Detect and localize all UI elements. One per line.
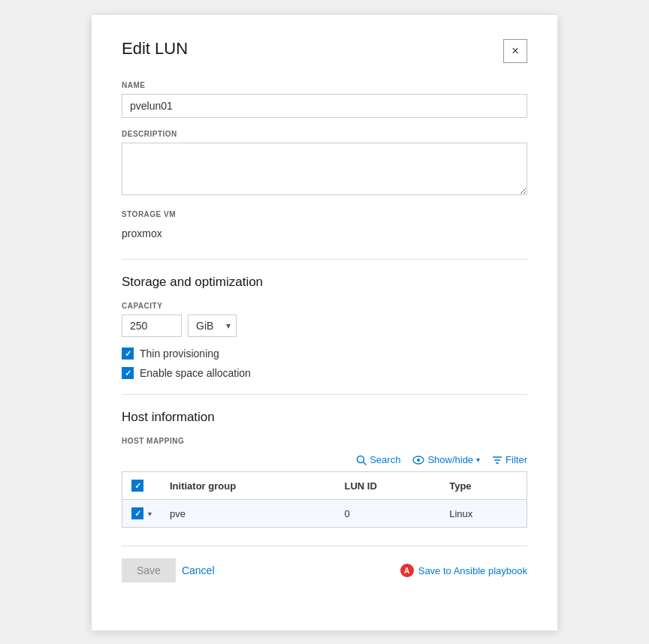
host-mapping-table: Initiator group LUN ID Type ▾ bbox=[122, 471, 527, 528]
svg-point-3 bbox=[417, 459, 420, 462]
row-checkbox-cell: ▾ bbox=[122, 500, 161, 528]
save-button[interactable]: Save bbox=[122, 558, 176, 582]
close-button[interactable]: × bbox=[503, 39, 527, 63]
ansible-label: Save to Ansible playbook bbox=[418, 565, 527, 576]
capacity-label: CAPACITY bbox=[122, 302, 527, 310]
show-hide-chevron-icon: ▾ bbox=[476, 456, 480, 464]
storage-vm-field-group: STORAGE VM proxmox bbox=[122, 210, 527, 244]
description-field-group: DESCRIPTION bbox=[122, 130, 527, 198]
cancel-button[interactable]: Cancel bbox=[182, 558, 215, 582]
col-lun-id: LUN ID bbox=[336, 472, 441, 500]
enable-space-label: Enable space allocation bbox=[140, 367, 251, 379]
edit-lun-modal: Edit LUN × NAME DESCRIPTION STORAGE VM p… bbox=[92, 15, 557, 630]
capacity-row: GiB TiB MiB bbox=[122, 314, 527, 337]
row-check-area: ▾ bbox=[131, 507, 152, 519]
thin-provisioning-row: Thin provisioning bbox=[122, 348, 527, 360]
name-field-group: NAME bbox=[122, 81, 527, 118]
filter-label: Filter bbox=[506, 454, 527, 465]
unit-select[interactable]: GiB TiB MiB bbox=[188, 314, 237, 337]
name-label: NAME bbox=[122, 81, 527, 89]
search-button[interactable]: Search bbox=[356, 454, 400, 465]
cell-type: Linux bbox=[440, 500, 527, 528]
host-section-title: Host information bbox=[122, 410, 527, 425]
thin-provisioning-checkbox[interactable] bbox=[122, 348, 134, 360]
unit-select-wrapper: GiB TiB MiB bbox=[188, 314, 237, 337]
table-header: Initiator group LUN ID Type bbox=[122, 472, 527, 500]
filter-button[interactable]: Filter bbox=[492, 454, 527, 465]
capacity-input[interactable] bbox=[122, 314, 182, 337]
enable-space-checkbox[interactable] bbox=[122, 367, 134, 379]
cell-lun-id: 0 bbox=[336, 500, 441, 528]
row-expand-icon[interactable]: ▾ bbox=[148, 510, 152, 518]
modal-title: Edit LUN bbox=[122, 39, 188, 59]
show-hide-button[interactable]: Show/hide ▾ bbox=[412, 454, 480, 465]
modal-header: Edit LUN × bbox=[122, 39, 527, 63]
footer-bar: Save Cancel A Save to Ansible playbook bbox=[122, 546, 527, 582]
col-initiator-group: Initiator group bbox=[161, 472, 336, 500]
search-icon bbox=[356, 455, 367, 465]
svg-line-1 bbox=[364, 462, 367, 465]
show-hide-label: Show/hide bbox=[427, 454, 473, 465]
search-label: Search bbox=[370, 454, 400, 465]
header-checkbox-cell bbox=[122, 472, 161, 500]
thin-provisioning-label: Thin provisioning bbox=[140, 348, 219, 360]
table-body: ▾ pve 0 Linux bbox=[122, 500, 527, 528]
ansible-button[interactable]: A Save to Ansible playbook bbox=[400, 564, 527, 577]
table-row: ▾ pve 0 Linux bbox=[122, 500, 527, 528]
storage-section: Storage and optimization CAPACITY GiB Ti… bbox=[122, 275, 527, 379]
table-toolbar: Search Show/hide ▾ Filter bbox=[122, 454, 527, 465]
host-section: Host information HOST MAPPING Search Sho… bbox=[122, 410, 527, 528]
divider-2 bbox=[122, 394, 527, 395]
divider-1 bbox=[122, 259, 527, 260]
cell-initiator-group: pve bbox=[161, 500, 336, 528]
filter-icon bbox=[492, 456, 503, 465]
description-label: DESCRIPTION bbox=[122, 130, 527, 138]
enable-space-row: Enable space allocation bbox=[122, 367, 527, 379]
storage-section-title: Storage and optimization bbox=[122, 275, 527, 290]
storage-vm-value: proxmox bbox=[122, 223, 527, 244]
host-mapping-label: HOST MAPPING bbox=[122, 437, 527, 445]
name-input[interactable] bbox=[122, 94, 527, 118]
description-input[interactable] bbox=[122, 143, 527, 195]
footer-left: Save Cancel bbox=[122, 558, 215, 582]
eye-icon bbox=[412, 456, 424, 465]
ansible-icon: A bbox=[400, 564, 414, 577]
storage-vm-label: STORAGE VM bbox=[122, 210, 527, 218]
col-type: Type bbox=[440, 472, 527, 500]
row-checkbox[interactable] bbox=[131, 507, 143, 519]
header-checkbox[interactable] bbox=[131, 480, 143, 492]
